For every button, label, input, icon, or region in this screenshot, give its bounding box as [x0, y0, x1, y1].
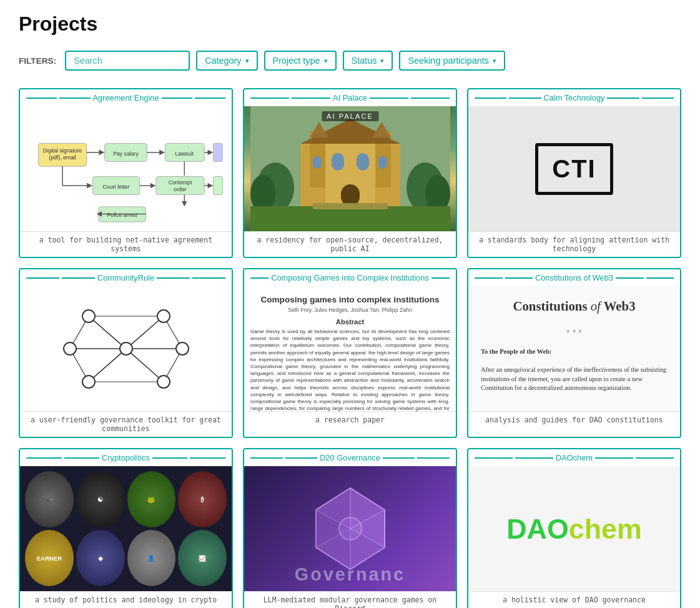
project-title: D20 Governance: [320, 453, 380, 462]
svg-rect-38: [332, 153, 344, 171]
svg-point-63: [176, 342, 189, 355]
project-image: CTI: [468, 106, 680, 231]
coin: ☯: [76, 471, 125, 527]
svg-rect-40: [313, 156, 322, 169]
project-title: Constitutions of Web3: [535, 273, 613, 282]
svg-text:Digital signature: Digital signature: [43, 147, 82, 153]
d20-text: Governanc: [295, 564, 405, 585]
paper-title: Composing games into complex institution…: [250, 295, 450, 304]
project-image: Governanc: [244, 466, 456, 591]
daochem-chem: chem: [569, 513, 642, 544]
category-label: Category: [205, 56, 241, 66]
svg-rect-42: [341, 184, 360, 206]
svg-point-60: [120, 342, 132, 355]
svg-text:Court letter: Court letter: [103, 183, 130, 189]
svg-rect-43: [250, 206, 450, 231]
svg-rect-16: [214, 176, 223, 194]
svg-rect-39: [357, 153, 369, 171]
card-header: Cryptopolitics: [20, 449, 232, 466]
project-image: Composing games into complex institution…: [244, 286, 456, 411]
project-card-agreement-engine[interactable]: Agreement Engine Digital signature (pdf)…: [19, 88, 233, 258]
coin: EARNER: [25, 530, 74, 586]
chevron-down-icon: ▾: [245, 57, 249, 65]
status-label: Status: [352, 56, 377, 66]
project-title: CommunityRule: [97, 273, 154, 282]
svg-point-66: [64, 342, 76, 355]
project-description: LLM-mediated modular governance games on…: [244, 591, 456, 608]
project-type-dropdown[interactable]: Project type ▾: [264, 51, 337, 71]
cti-background: CTI: [468, 106, 680, 231]
chevron-down-icon: ▾: [493, 57, 496, 65]
project-card-daochem[interactable]: DAOchem DAOchem a holistic view of DAO g…: [467, 448, 681, 608]
constitutions-body: To the People of the Web: After an unequ…: [481, 347, 668, 393]
project-card-ai-palace[interactable]: AI Palace AI PALACE: [243, 88, 457, 258]
constitutions-dots: • • •: [481, 326, 668, 337]
cti-logo: CTI: [535, 143, 613, 195]
card-header: D20 Governance: [244, 449, 456, 466]
project-card-community-rule[interactable]: CommunityRule: [19, 268, 233, 438]
paper-authors: Seth Frey, Jules Hedges, Joshua Tan, Phi…: [250, 307, 450, 313]
project-image: AI PALACE: [244, 106, 456, 231]
network-background: [20, 286, 232, 411]
svg-point-65: [82, 376, 95, 388]
svg-rect-7: [214, 143, 223, 161]
project-description: a tool for building net-native agreement…: [20, 231, 232, 257]
search-input[interactable]: [65, 51, 190, 71]
daochem-dao: DAO: [506, 513, 569, 544]
coin: 👤: [127, 530, 176, 586]
svg-text:Contempt: Contempt: [169, 179, 192, 186]
coin: 🐸: [127, 471, 176, 527]
project-card-constitutions-web3[interactable]: Constitutions of Web3 Constitutions of W…: [467, 268, 681, 438]
page-title: Projects: [19, 12, 681, 36]
project-card-composing-games[interactable]: Composing Games into Complex Institution…: [243, 268, 457, 438]
svg-text:order: order: [174, 186, 186, 192]
status-dropdown[interactable]: Status ▾: [343, 51, 393, 71]
constitutions-background: Constitutions of Web3 • • • To the Peopl…: [468, 286, 680, 411]
project-description: a study of politics and ideology in cryp…: [20, 591, 232, 608]
svg-point-64: [157, 376, 170, 388]
project-card-d20-governance[interactable]: D20 Governance Governanc: [243, 448, 457, 608]
project-image: [20, 286, 232, 411]
svg-text:Lawsuit: Lawsuit: [175, 150, 194, 156]
svg-point-74: [339, 517, 362, 540]
project-description: analysis and guides for DAO constitution…: [468, 411, 680, 428]
cti-text: CTI: [552, 155, 596, 182]
constitutions-title: Constitutions of Web3: [481, 299, 668, 314]
project-description: a standards body for aligning attention …: [468, 231, 680, 257]
paper-background: Composing games into complex institution…: [244, 286, 456, 411]
project-image: Digital signature (pdf), email Pay salar…: [20, 106, 232, 231]
coin: 📈: [178, 530, 227, 586]
card-header: CommunityRule: [20, 269, 232, 286]
seeking-participants-dropdown[interactable]: Seeking participants ▾: [399, 51, 505, 71]
project-title: DAOchem: [556, 453, 593, 462]
paper-abstract-label: Abstract: [250, 318, 450, 326]
svg-text:Pay salary: Pay salary: [113, 150, 139, 156]
card-header: AI Palace: [244, 89, 456, 106]
category-dropdown[interactable]: Category ▾: [196, 51, 257, 71]
card-header: DAOchem: [468, 449, 680, 466]
filters-label: FILTERS:: [19, 56, 56, 66]
ai-palace-background: AI PALACE: [244, 106, 456, 231]
svg-rect-41: [378, 156, 387, 169]
card-header: Constitutions of Web3: [468, 269, 680, 286]
chevron-down-icon: ▾: [380, 57, 384, 65]
project-title: Agreement Engine: [93, 93, 159, 102]
project-title: Cryptopolitics: [102, 453, 150, 462]
project-card-cryptopolitics[interactable]: Cryptopolitics 🦍 ☯ 🐸 ₿ EARNER ◈ 👤 📈 a st…: [19, 448, 233, 608]
project-title: Calm Technology: [544, 93, 605, 102]
daochem-background: DAOchem: [468, 466, 680, 591]
project-description: a user-friendly governance toolkit for g…: [20, 411, 232, 437]
project-type-label: Project type: [273, 56, 320, 66]
ai-palace-label: AI PALACE: [322, 111, 378, 121]
agreement-engine-diagram: Digital signature (pdf), email Pay salar…: [20, 106, 232, 231]
svg-text:(pdf), email: (pdf), email: [49, 154, 76, 160]
project-card-calm-technology[interactable]: Calm Technology CTI a standards body for…: [467, 88, 681, 258]
coin: 🦍: [25, 471, 74, 527]
chevron-down-icon: ▾: [324, 57, 328, 65]
project-description: a research paper: [244, 411, 456, 428]
daochem-logo: DAOchem: [506, 513, 642, 545]
project-title: AI Palace: [333, 93, 367, 102]
card-header: Agreement Engine: [20, 89, 232, 106]
svg-rect-44: [313, 203, 388, 209]
d20-background: Governanc: [244, 466, 456, 591]
